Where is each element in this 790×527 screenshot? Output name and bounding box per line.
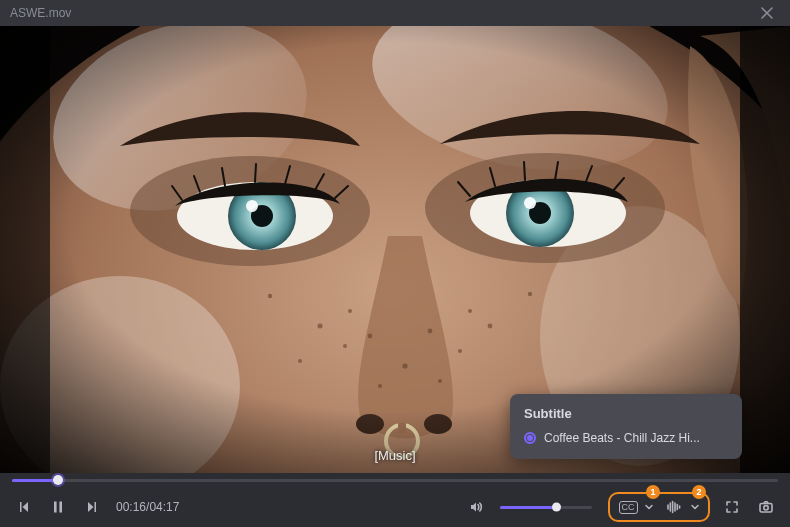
closed-caption-icon: CC <box>619 501 638 514</box>
cc-dropdown-group: CC 1 <box>614 495 658 519</box>
snapshot-button[interactable] <box>754 495 778 519</box>
previous-frame-icon <box>16 499 32 515</box>
svg-rect-49 <box>740 26 790 473</box>
highlight-badge-1: 1 <box>646 485 660 499</box>
next-frame-icon <box>84 499 100 515</box>
pause-icon <box>50 499 66 515</box>
window-title: ASWE.mov <box>10 6 754 20</box>
progress-bar-row <box>0 473 790 487</box>
titlebar: ASWE.mov <box>0 0 790 26</box>
svg-point-59 <box>764 506 768 510</box>
audio-waveform-icon <box>666 499 682 515</box>
progress-track[interactable] <box>12 479 778 482</box>
pause-button[interactable] <box>46 495 70 519</box>
volume-button[interactable] <box>464 495 488 519</box>
caption-overlay: [Music] <box>374 448 415 463</box>
video-player-window: ASWE.mov <box>0 0 790 527</box>
chevron-down-icon <box>690 502 700 512</box>
audio-dropdown-group: 2 <box>660 495 704 519</box>
fullscreen-icon <box>724 499 740 515</box>
chevron-down-icon <box>644 502 654 512</box>
controls-bar: 00:16/04:17 CC 1 <box>0 487 790 527</box>
close-icon <box>761 7 773 19</box>
svg-rect-50 <box>54 502 57 513</box>
highlight-badge-2: 2 <box>692 485 706 499</box>
video-viewport[interactable]: [Music] Subtitle Coffee Beats - Chill Ja… <box>0 26 790 473</box>
svg-rect-51 <box>59 502 62 513</box>
next-frame-button[interactable] <box>80 495 104 519</box>
svg-rect-48 <box>0 26 50 473</box>
previous-frame-button[interactable] <box>12 495 36 519</box>
camera-snapshot-icon <box>758 499 774 515</box>
close-button[interactable] <box>754 0 780 26</box>
progress-fill <box>12 479 58 482</box>
cc-button[interactable]: CC <box>616 495 640 519</box>
volume-icon <box>468 499 484 515</box>
subtitle-popup-title: Subtitle <box>524 406 728 421</box>
time-total: 04:17 <box>149 500 179 514</box>
subtitle-option-label: Coffee Beats - Chill Jazz Hi... <box>544 431 700 445</box>
subtitle-option[interactable]: Coffee Beats - Chill Jazz Hi... <box>524 431 728 445</box>
volume-fill <box>500 506 557 509</box>
volume-slider[interactable] <box>500 506 592 509</box>
audio-waveform-button[interactable] <box>662 495 686 519</box>
time-current: 00:16 <box>116 500 146 514</box>
subtitle-popup: Subtitle Coffee Beats - Chill Jazz Hi... <box>510 394 742 459</box>
tutorial-highlight: CC 1 <box>608 492 710 522</box>
radio-selected-icon <box>524 432 536 444</box>
timecode-display: 00:16/04:17 <box>116 500 179 514</box>
fullscreen-button[interactable] <box>720 495 744 519</box>
